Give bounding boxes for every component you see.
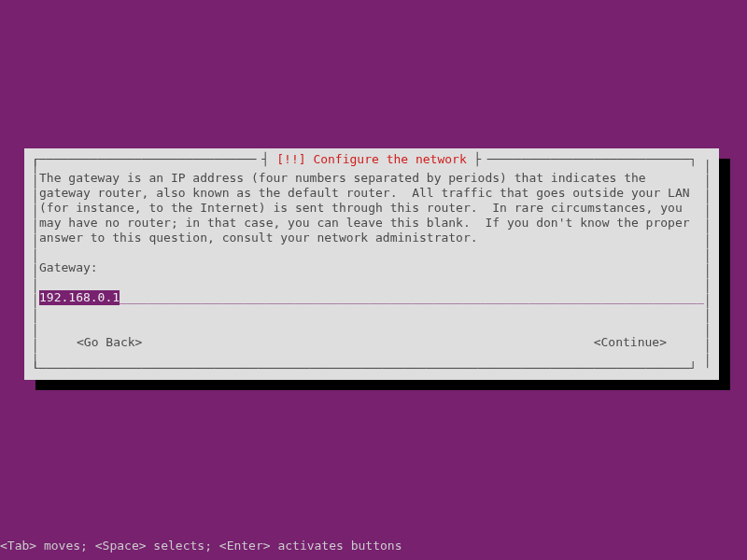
title-priority: [!!] <box>276 152 305 166</box>
input-remainder: ________________________________________… <box>120 290 704 305</box>
description-text: The gateway is an IP address (four numbe… <box>39 171 704 245</box>
button-row: <Go Back> <Continue> <box>39 335 704 350</box>
continue-button[interactable]: <Continue> <box>594 335 667 350</box>
go-back-button[interactable]: <Go Back> <box>77 335 142 350</box>
gateway-input-value[interactable]: 192.168.0.1 <box>39 290 120 305</box>
border-right: │ │ │ │ │ │ │ │ │ │ │ │ │ │ <box>704 160 712 369</box>
gateway-input[interactable]: 192.168.0.1_____________________________… <box>39 290 704 305</box>
configure-network-dialog: ┌───────────────────────────────────────… <box>24 148 719 380</box>
dialog-title: ┤ [!!] Configure the network ├ <box>257 152 487 166</box>
help-bar: <Tab> moves; <Space> selects; <Enter> ac… <box>0 539 402 553</box>
title-text: Configure the network <box>313 152 466 166</box>
dialog-content: The gateway is an IP address (four numbe… <box>39 171 704 365</box>
gateway-label: Gateway: <box>39 260 704 275</box>
border-left: │ │ │ │ │ │ │ │ │ │ │ │ │ │ <box>32 160 39 369</box>
